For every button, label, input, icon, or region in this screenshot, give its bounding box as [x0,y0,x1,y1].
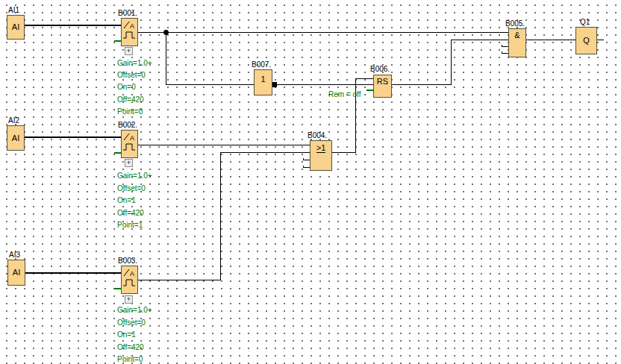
b003-param-on: On=1 [117,331,136,339]
b002-param-point: Point=1 [117,222,143,229]
wire-b006-b005[interactable] [392,40,508,85]
svg-text:A: A [130,134,134,142]
b001-expand-button[interactable]: + [125,47,133,55]
b006-param-rem: Rem = off [328,91,361,98]
b002-param-offset: Offset=0 [117,185,146,192]
analog-trigger-icon: A [122,131,137,157]
b006-symbol: RS [377,78,388,86]
analog-input-block-ai3[interactable]: AI [7,260,25,286]
b001-param-offset: Offset=0 [117,72,146,79]
threshold-trigger-block-b002[interactable]: A [121,130,138,158]
q1-symbol: Q [583,37,590,45]
b007-label: B007. [252,61,271,69]
b003-label: B003. [118,257,137,265]
analog-trigger-icon: A [122,19,137,46]
b007-output-marker[interactable] [272,82,277,87]
b003-param-offset: Offset=0 [117,319,146,327]
wire-junction-b007[interactable] [166,33,255,85]
ai3-label: AI3 [9,251,20,259]
ai2-label: AI2 [8,117,19,125]
threshold-trigger-block-b003[interactable]: A [121,266,138,294]
b001-param-point: Point=0 [117,108,143,116]
analog-input-block-ai1[interactable]: AI [7,15,25,40]
not-block-b007[interactable]: 1 [254,69,272,95]
b002-param-off: Off=420 [117,210,144,217]
b001-label: B001. [118,10,137,17]
b005-label: B005. [505,20,525,28]
ai1-symbol: AI [12,23,19,31]
or-block-b004[interactable]: >1 [310,140,332,171]
b006-label: B006. [370,66,390,73]
analog-input-block-ai2[interactable]: AI [7,125,25,151]
b003-param-gain: Gain=1.0+ [117,307,152,314]
b002-param-on: On=1 [117,197,136,204]
b001-param-on: On=0 [117,84,136,91]
b003-param-point: Point=0 [117,356,143,363]
b001-param-gain: Gain=1.0+ [117,60,152,67]
wire-junction-dot[interactable] [163,30,169,35]
analog-trigger-icon: A [122,266,137,293]
b007-symbol: 1 [260,75,265,84]
and-block-b005[interactable]: & [508,28,526,57]
b002-param-gain: Gain=1.0+ [117,172,152,180]
b002-label: B002. [118,122,137,129]
b003-expand-button[interactable]: + [125,295,133,304]
q1-label: Q1 [580,19,590,26]
ai2-symbol: AI [12,134,19,142]
diagram-canvas[interactable]: AI1 AI AI2 AI AI3 AI B001. A + Gain=1.0+… [0,0,621,364]
b005-symbol: & [514,31,519,40]
b004-label: B004. [308,132,327,139]
svg-text:A: A [130,270,134,277]
svg-text:A: A [130,22,134,30]
rs-latch-block-b006[interactable]: RS [373,75,392,98]
b002-expand-button[interactable]: + [125,159,133,167]
output-block-q1[interactable]: Q [575,27,597,54]
b001-param-off: Off=420 [117,96,144,104]
b004-symbol: >1 [316,144,326,153]
threshold-trigger-block-b001[interactable]: A [121,18,138,46]
ai3-symbol: AI [13,269,20,277]
wire-b003-b004[interactable] [138,153,310,280]
wire-layer [0,0,621,364]
b003-param-off: Off=420 [117,344,144,351]
ai1-label: AI1 [8,7,19,14]
